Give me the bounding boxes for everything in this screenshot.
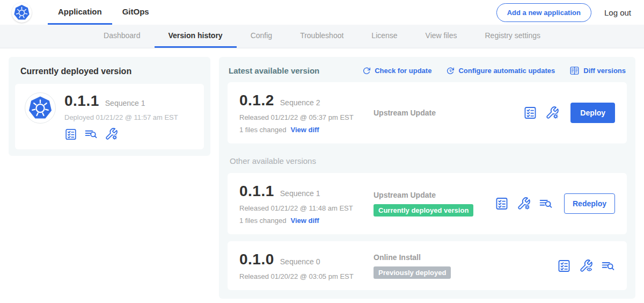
- deployed-panel-title: Currently deployed version: [20, 67, 199, 76]
- view-config-wrench-eye-icon[interactable]: [579, 259, 593, 273]
- kubernetes-app-icon: [28, 96, 53, 120]
- tab-license[interactable]: License: [357, 25, 411, 48]
- deployed-version-card: 0.1.1 Sequence 1 Deployed 01/21/22 @ 11:…: [15, 84, 204, 149]
- version-source-label: Upstream Update: [374, 191, 436, 199]
- diff-icon: [569, 66, 580, 76]
- config-wrench-gear-icon[interactable]: [105, 127, 118, 141]
- preflight-checks-icon[interactable]: [523, 106, 537, 120]
- version-card-0-1-0: 0.1.0 Sequence 0 Released 01/20/22 @ 03:…: [228, 241, 627, 290]
- version-card-0-1-2: 0.1.2 Sequence 2 Released 01/21/22 @ 05:…: [228, 82, 627, 143]
- tab-config[interactable]: Config: [237, 25, 286, 48]
- deploy-logs-icon[interactable]: [84, 127, 98, 141]
- released-timestamp: Released 01/21/22 @ 05:37 pm EST: [239, 113, 374, 121]
- check-for-update-link[interactable]: Check for update: [362, 67, 431, 75]
- app-sub-nav: Dashboard Version history Config Trouble…: [0, 25, 644, 48]
- diff-versions-label: Diff versions: [583, 67, 626, 75]
- deployed-timestamp: Deployed 01/21/22 @ 11:57 am EST: [64, 113, 178, 121]
- refresh-icon: [362, 67, 371, 75]
- top-nav: Application GitOps Add a new application…: [0, 0, 644, 25]
- released-timestamp: Released 01/21/22 @ 11:48 am EST: [239, 204, 374, 212]
- diff-versions-link[interactable]: Diff versions: [569, 66, 626, 76]
- version-number: 0.1.2: [239, 92, 274, 109]
- tab-view-files[interactable]: View files: [412, 25, 471, 48]
- schedule-refresh-icon: [446, 67, 455, 75]
- tab-application[interactable]: Application: [48, 0, 112, 25]
- latest-available-title: Latest available version: [229, 66, 348, 75]
- kubernetes-logo-icon: [12, 3, 32, 23]
- available-versions-panel: Latest available version Check for updat…: [219, 57, 635, 299]
- app-logo: [12, 0, 32, 25]
- preflight-checks-icon[interactable]: [557, 259, 571, 273]
- deployed-sequence-label: Sequence 1: [105, 99, 145, 107]
- top-nav-tabs: Application GitOps: [48, 0, 159, 25]
- sequence-label: Sequence 0: [280, 257, 320, 266]
- config-wrench-gear-icon[interactable]: [517, 197, 531, 211]
- deploy-logs-icon[interactable]: [601, 259, 615, 273]
- tab-gitops[interactable]: GitOps: [112, 0, 159, 25]
- tab-gitops-label: GitOps: [122, 7, 149, 16]
- deployed-version-number: 0.1.1: [64, 92, 99, 110]
- previously-deployed-badge: Previously deployed: [374, 266, 451, 279]
- view-diff-link[interactable]: View diff: [290, 217, 319, 225]
- config-wrench-gear-icon[interactable]: [545, 106, 559, 120]
- preflight-checks-icon[interactable]: [64, 128, 77, 141]
- preflight-checks-icon[interactable]: [495, 197, 509, 211]
- files-changed-label: 1 files changed: [239, 126, 286, 134]
- version-number: 0.1.0: [239, 251, 274, 268]
- deploy-logs-icon[interactable]: [539, 197, 553, 211]
- released-timestamp: Released 01/20/22 @ 03:05 pm EST: [239, 272, 374, 280]
- tab-version-history[interactable]: Version history: [155, 25, 237, 48]
- files-changed-label: 1 files changed: [239, 217, 286, 225]
- other-versions-title: Other available versions: [230, 156, 625, 165]
- configure-automatic-updates-label: Configure automatic updates: [458, 67, 555, 75]
- main-content: Currently deployed version 0.1.1 Sequenc…: [0, 48, 644, 303]
- redeploy-button[interactable]: Redeploy: [564, 193, 615, 214]
- currently-deployed-badge: Currently deployed version: [374, 204, 473, 217]
- tab-registry-settings[interactable]: Registry settings: [471, 25, 554, 48]
- version-source-label: Online Install: [374, 253, 421, 262]
- deploy-button[interactable]: Deploy: [570, 103, 615, 123]
- sequence-label: Sequence 1: [280, 189, 320, 198]
- sequence-label: Sequence 2: [280, 98, 320, 107]
- add-application-button[interactable]: Add a new application: [496, 3, 591, 22]
- configure-automatic-updates-link[interactable]: Configure automatic updates: [446, 67, 555, 75]
- version-card-0-1-1: 0.1.1 Sequence 1 Released 01/21/22 @ 11:…: [228, 173, 627, 234]
- tab-application-label: Application: [58, 7, 102, 16]
- tab-dashboard[interactable]: Dashboard: [90, 25, 155, 48]
- view-diff-link[interactable]: View diff: [290, 126, 319, 134]
- tab-troubleshoot[interactable]: Troubleshoot: [286, 25, 357, 48]
- version-source-label: Upstream Update: [374, 109, 436, 117]
- logout-link[interactable]: Log out: [604, 8, 631, 17]
- check-for-update-label: Check for update: [375, 67, 431, 75]
- version-number: 0.1.1: [239, 183, 274, 200]
- currently-deployed-panel: Currently deployed version 0.1.1 Sequenc…: [9, 57, 210, 156]
- app-icon-ring: [25, 92, 56, 124]
